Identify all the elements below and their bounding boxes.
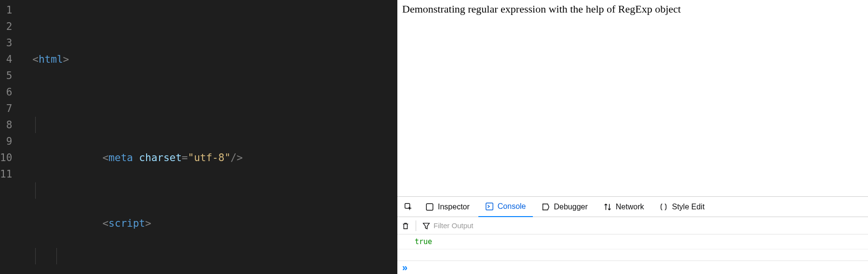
line-number: 10 bbox=[0, 150, 12, 166]
code-area[interactable]: <html> <meta charset="utf-8"/> <script> … bbox=[19, 0, 397, 274]
line-number: 8 bbox=[0, 117, 12, 133]
tab-label: Style Edit bbox=[672, 203, 705, 211]
code-editor[interactable]: 1 2 3 4 5 6 7 8 9 10 11 <html> <meta cha… bbox=[0, 0, 397, 274]
filter-input[interactable] bbox=[434, 221, 530, 230]
console-prompt[interactable]: » bbox=[397, 260, 868, 274]
debugger-icon bbox=[542, 203, 550, 211]
line-number: 3 bbox=[0, 35, 12, 51]
devtools-tabbar: Inspector Console Debugger Network Style… bbox=[397, 197, 868, 217]
prompt-chevrons-icon: » bbox=[402, 262, 406, 273]
tab-style-editor[interactable]: Style Edit bbox=[652, 197, 711, 217]
tab-console[interactable]: Console bbox=[478, 197, 533, 217]
line-number: 7 bbox=[0, 100, 12, 117]
svg-rect-1 bbox=[426, 204, 433, 210]
console-icon bbox=[485, 202, 494, 211]
line-number: 9 bbox=[0, 133, 12, 150]
line-number: 4 bbox=[0, 51, 12, 68]
tab-label: Inspector bbox=[438, 203, 470, 211]
line-number: 5 bbox=[0, 68, 12, 84]
filter-output[interactable] bbox=[422, 221, 530, 230]
tab-label: Network bbox=[616, 203, 644, 211]
line-number: 11 bbox=[0, 166, 12, 182]
console-output[interactable]: true bbox=[397, 234, 868, 260]
clear-console-button[interactable] bbox=[401, 221, 410, 230]
line-number: 6 bbox=[0, 84, 12, 100]
tab-label: Console bbox=[498, 202, 526, 211]
toolbar-separator bbox=[416, 220, 416, 231]
devtools-panel: Inspector Console Debugger Network Style… bbox=[397, 197, 868, 274]
picker-icon bbox=[404, 203, 413, 211]
console-log-row: true bbox=[397, 234, 868, 249]
page-body-text: Demonstrating regular expression with th… bbox=[402, 3, 681, 15]
tab-debugger[interactable]: Debugger bbox=[535, 197, 595, 217]
element-picker-button[interactable] bbox=[400, 197, 417, 217]
line-number: 1 bbox=[0, 2, 12, 18]
tab-inspector[interactable]: Inspector bbox=[419, 197, 476, 217]
console-toolbar bbox=[397, 217, 868, 234]
filter-icon bbox=[422, 221, 431, 230]
rendered-page: Demonstrating regular expression with th… bbox=[397, 0, 868, 197]
tab-network[interactable]: Network bbox=[597, 197, 651, 217]
console-value: true bbox=[415, 237, 432, 246]
line-number-gutter: 1 2 3 4 5 6 7 8 9 10 11 bbox=[0, 0, 19, 274]
style-editor-icon bbox=[659, 203, 668, 211]
network-icon bbox=[603, 203, 612, 211]
tab-label: Debugger bbox=[554, 203, 588, 211]
line-number: 2 bbox=[0, 18, 12, 35]
inspector-icon bbox=[425, 203, 434, 211]
